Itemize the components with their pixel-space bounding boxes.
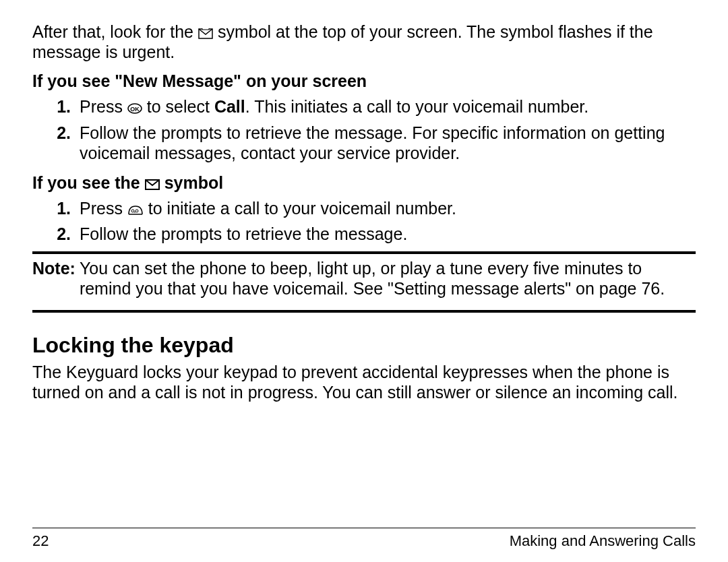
svg-text:OK: OK <box>130 106 140 113</box>
manual-page: After that, look for the symbol at the t… <box>0 0 728 562</box>
step2-new-message: Follow the prompts to retrieve the messa… <box>75 123 696 164</box>
page-footer: 22 Making and Answering Calls <box>32 532 696 550</box>
running-title: Making and Answering Calls <box>510 532 696 550</box>
note-label: Note: <box>32 258 75 300</box>
subhead-new-message: If you see "New Message" on your screen <box>32 71 696 91</box>
note-rule-bottom <box>32 310 696 313</box>
section-heading-locking-keypad: Locking the keypad <box>32 333 696 358</box>
intro-paragraph: After that, look for the symbol at the t… <box>32 22 696 62</box>
steps-envelope: Press to initiate a call to your voicema… <box>32 198 696 245</box>
step2-envelope: Follow the prompts to retrieve the messa… <box>75 224 696 245</box>
voicemail-key-icon <box>127 205 144 216</box>
svg-point-6 <box>131 210 134 212</box>
subhead2-after: symbol <box>164 173 224 192</box>
svg-point-7 <box>135 210 138 212</box>
subhead-envelope-symbol: If you see the symbol <box>32 173 696 193</box>
page-number: 22 <box>32 532 49 550</box>
ok-button-icon: OK <box>127 103 142 114</box>
step1-envelope: Press to initiate a call to your voicema… <box>75 198 696 219</box>
envelope-icon <box>145 179 160 190</box>
keyguard-paragraph: The Keyguard locks your keypad to preven… <box>32 362 696 402</box>
footer-rule <box>32 528 696 528</box>
intro-text-before: After that, look for the <box>32 22 198 41</box>
step1-new-message: Press OK to select Call. This initiates … <box>75 96 696 117</box>
note-rule-top <box>32 251 696 254</box>
subhead2-before: If you see the <box>32 173 145 192</box>
note-body: You can set the phone to beep, light up,… <box>75 258 696 300</box>
step1-text-after: . This initiates a call to your voicemai… <box>245 97 589 116</box>
svg-rect-1 <box>202 28 209 30</box>
call-label: Call <box>214 97 245 116</box>
steps-new-message: Press OK to select Call. This initiates … <box>32 96 696 164</box>
step1-env-before: Press <box>80 199 127 218</box>
step1-text-mid: to select <box>147 97 214 116</box>
step1-text-before: Press <box>80 97 127 116</box>
note-block: Note: You can set the phone to beep, lig… <box>32 257 696 304</box>
envelope-notch-icon <box>198 28 213 39</box>
step1-env-after: to initiate a call to your voicemail num… <box>148 199 456 218</box>
